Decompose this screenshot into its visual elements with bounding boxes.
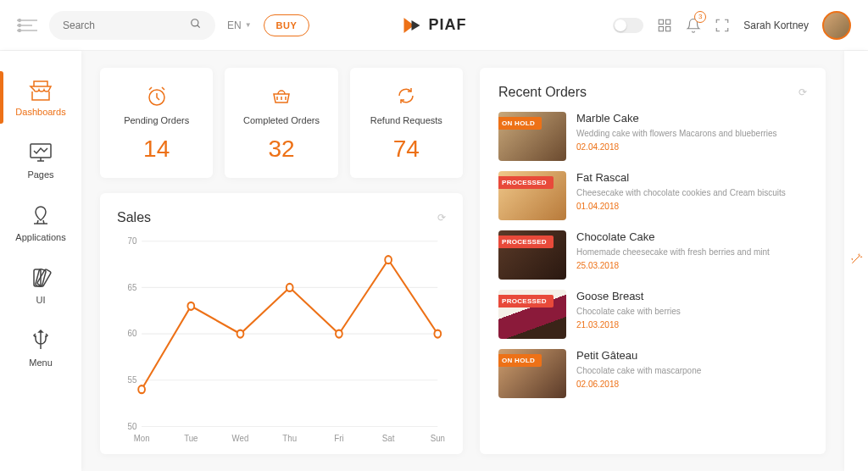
brand-logo-icon (401, 15, 421, 36)
svg-point-34 (138, 385, 145, 393)
svg-point-39 (385, 256, 392, 263)
order-thumbnail: PROCESSED (498, 290, 566, 339)
search-icon (190, 18, 202, 32)
swatch-icon (27, 266, 54, 290)
sidebar: Dashboards Pages Applications UI Menu (0, 51, 81, 471)
order-thumbnail: PROCESSED (498, 230, 566, 280)
order-status-badge: ON HOLD (498, 354, 542, 367)
stat-card-refunds[interactable]: Refund Requests 74 (350, 68, 463, 178)
trident-icon (27, 329, 54, 352)
order-item[interactable]: ON HOLD Marble Cake Wedding cake with fl… (498, 112, 807, 161)
order-date: 21.03.2018 (576, 320, 807, 330)
order-status-badge: ON HOLD (498, 117, 542, 130)
svg-point-5 (19, 29, 21, 31)
order-description: Wedding cake with flowers Macarons and b… (576, 128, 807, 139)
order-name: Petit Gâteau (576, 349, 807, 362)
stat-label: Refund Requests (359, 115, 454, 125)
notifications-badge: 3 (694, 11, 706, 23)
order-thumbnail: PROCESSED (498, 171, 566, 220)
fullscreen-icon[interactable] (715, 18, 730, 33)
order-name: Fat Rascal (576, 171, 807, 184)
svg-point-37 (287, 284, 293, 291)
order-description: Cheesecake with chocolate cookies and Cr… (576, 187, 807, 198)
svg-rect-11 (666, 26, 670, 30)
language-label: EN (227, 19, 242, 31)
svg-text:Wed: Wed (232, 433, 249, 444)
sales-card: Sales ⟳ 5055606570MonTueWedThuFriSatSun (100, 193, 463, 454)
svg-text:Thu: Thu (282, 433, 297, 444)
stat-card-completed[interactable]: Completed Orders 32 (225, 68, 337, 178)
stat-card-pending[interactable]: Pending Orders 14 (100, 68, 213, 178)
brand-name: PIAF (428, 16, 466, 34)
order-date: 02.04.2018 (576, 142, 807, 152)
balloon-icon (27, 203, 54, 227)
brand[interactable]: PIAF (401, 15, 466, 36)
sidebar-item-dashboards[interactable]: Dashboards (0, 66, 81, 129)
order-info: Fat Rascal Cheesecake with chocolate coo… (576, 171, 807, 211)
dark-mode-toggle[interactable] (613, 18, 643, 33)
refresh-icon[interactable]: ⟳ (798, 86, 807, 98)
order-description: Homemade cheesecake with fresh berries a… (576, 247, 807, 258)
order-status-badge: PROCESSED (498, 295, 554, 308)
svg-text:55: 55 (127, 374, 136, 385)
stat-label: Completed Orders (233, 115, 329, 125)
username-label: Sarah Kortney (743, 19, 809, 31)
order-info: Chocolate Cake Homemade cheesecake with … (576, 230, 807, 270)
order-item[interactable]: PROCESSED Goose Breast Chocolate cake wi… (498, 290, 807, 339)
language-selector[interactable]: EN ▼ (227, 19, 252, 31)
stat-value: 32 (233, 136, 329, 163)
order-info: Goose Breast Chocolate cake with berries… (576, 290, 807, 330)
customizer-rail[interactable] (844, 51, 868, 471)
sidebar-item-label: UI (36, 295, 46, 305)
sidebar-item-menu[interactable]: Menu (0, 317, 81, 380)
svg-text:70: 70 (127, 236, 136, 246)
sidebar-item-pages[interactable]: Pages (0, 129, 81, 191)
svg-line-7 (198, 25, 200, 28)
svg-text:Sat: Sat (382, 433, 395, 444)
sidebar-item-ui[interactable]: UI (0, 254, 81, 317)
basket-icon (233, 83, 329, 108)
order-thumbnail: ON HOLD (498, 112, 566, 161)
order-date: 02.06.2018 (576, 380, 807, 389)
search-input[interactable] (63, 19, 190, 31)
svg-text:Sun: Sun (431, 433, 445, 444)
order-info: Petit Gâteau Chocolate cake with mascarp… (576, 349, 807, 389)
order-description: Chocolate cake with berries (576, 306, 807, 317)
sidebar-item-label: Pages (27, 169, 53, 180)
svg-point-3 (19, 19, 21, 21)
chevron-down-icon: ▼ (245, 21, 252, 29)
order-item[interactable]: PROCESSED Fat Rascal Cheesecake with cho… (498, 171, 807, 220)
sidebar-item-applications[interactable]: Applications (0, 191, 81, 254)
order-name: Marble Cake (576, 112, 807, 125)
stats-row: Pending Orders 14 Completed Orders 32 Re… (100, 68, 463, 178)
stat-value: 74 (359, 136, 454, 163)
sales-chart: 5055606570MonTueWedThuFriSatSun (117, 236, 446, 446)
user-avatar[interactable] (822, 11, 851, 40)
order-item[interactable]: PROCESSED Chocolate Cake Homemade cheese… (498, 230, 807, 280)
svg-text:50: 50 (127, 420, 136, 431)
order-list: ON HOLD Marble Cake Wedding cake with fl… (498, 112, 807, 398)
svg-rect-10 (659, 26, 664, 30)
svg-text:Fri: Fri (334, 433, 343, 444)
bell-icon[interactable]: 3 (686, 18, 701, 33)
order-info: Marble Cake Wedding cake with flowers Ma… (576, 112, 807, 152)
sidebar-item-label: Menu (29, 357, 53, 368)
svg-point-4 (19, 24, 21, 26)
order-status-badge: PROCESSED (498, 236, 554, 248)
order-name: Chocolate Cake (576, 230, 807, 243)
order-item[interactable]: ON HOLD Petit Gâteau Chocolate cake with… (498, 349, 807, 398)
svg-point-6 (192, 19, 198, 26)
stat-label: Pending Orders (108, 115, 204, 125)
search-input-container[interactable] (49, 11, 215, 40)
monitor-icon (27, 141, 54, 164)
grid-apps-icon[interactable] (657, 18, 672, 33)
refresh-icon[interactable]: ⟳ (437, 212, 446, 224)
svg-point-38 (336, 330, 342, 338)
buy-button[interactable]: BUY (264, 14, 310, 36)
svg-rect-9 (666, 19, 670, 24)
menu-toggle-icon[interactable] (17, 19, 37, 32)
svg-point-36 (237, 330, 244, 338)
order-thumbnail: ON HOLD (498, 349, 566, 398)
svg-text:65: 65 (127, 281, 136, 292)
svg-point-40 (434, 330, 441, 338)
